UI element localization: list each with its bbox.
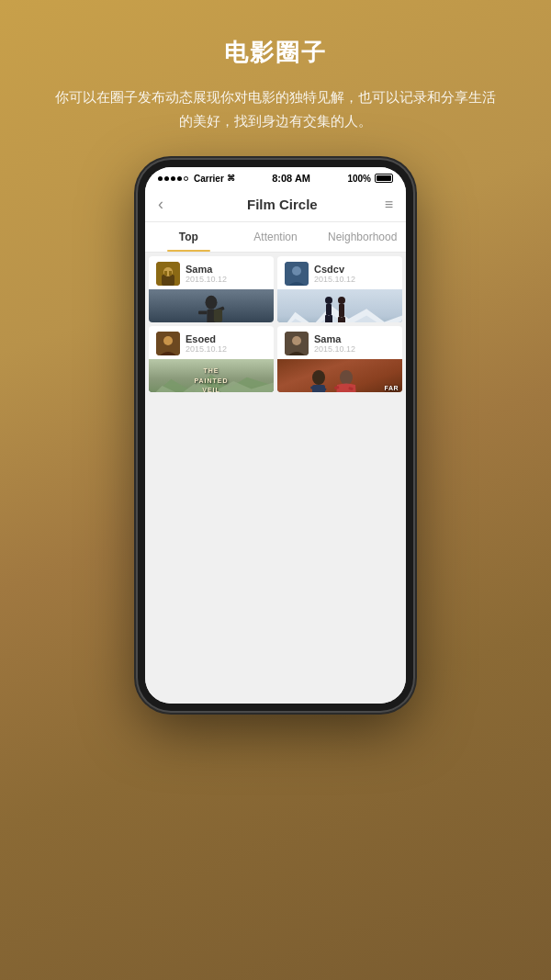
- signal-dots: [158, 176, 188, 181]
- svg-rect-17: [326, 304, 332, 315]
- intro-title: 电影圈子: [55, 37, 496, 69]
- svg-point-16: [325, 297, 332, 304]
- post-header-0: Sama 2015.10.12: [149, 256, 274, 289]
- post-date-2: 2015.10.12: [186, 344, 266, 354]
- signal-dot-3: [171, 176, 175, 181]
- intro-description: 你可以在圈子发布动态展现你对电影的独特见解，也可以记录和分享生活的美好，找到身边…: [55, 85, 496, 132]
- intro-section: 电影圈子 你可以在圈子发布动态展现你对电影的独特见解，也可以记录和分享生活的美好…: [0, 0, 551, 160]
- svg-point-5: [206, 296, 218, 310]
- post-user-info-2: Esoed 2015.10.12: [186, 333, 266, 354]
- svg-rect-4: [169, 271, 172, 276]
- battery-percent: 100%: [347, 174, 371, 184]
- svg-rect-11: [214, 310, 222, 322]
- post-header-3: Sama 2015.10.12: [277, 326, 402, 359]
- post-card-3[interactable]: Sama 2015.10.12: [277, 326, 402, 392]
- post-user-info-1: Csdcv 2015.10.12: [314, 264, 395, 284]
- svg-point-25: [163, 336, 173, 345]
- painted-title-main: PAINTED: [149, 377, 274, 387]
- post-card-1[interactable]: Csdcv 2015.10.12: [277, 256, 402, 322]
- svg-point-20: [338, 297, 345, 304]
- content-scroll[interactable]: Sama 2015.10.12: [145, 253, 406, 704]
- phone-shell: Carrier ⌘ 8:08 AM 100% ‹ Film Circle: [138, 160, 413, 711]
- svg-rect-18: [325, 315, 329, 322]
- phone-screen: Carrier ⌘ 8:08 AM 100% ‹ Film Circle: [145, 167, 406, 704]
- tabs-row: Top Attention Neighborhood: [145, 222, 406, 253]
- svg-rect-7: [198, 311, 207, 315]
- svg-point-34: [312, 370, 325, 385]
- avatar-3: [285, 332, 309, 355]
- post-date-0: 2015.10.12: [186, 275, 266, 284]
- post-card-0[interactable]: Sama 2015.10.12: [149, 256, 274, 322]
- status-bar: Carrier ⌘ 8:08 AM 100%: [145, 167, 406, 187]
- post-username-3: Sama: [314, 333, 395, 344]
- post-image-0: 9.APRIL: [149, 289, 274, 322]
- nav-header: ‹ Film Circle ≡: [145, 187, 406, 222]
- battery-indicator: [375, 174, 393, 183]
- svg-rect-21: [339, 304, 344, 317]
- back-button[interactable]: ‹: [158, 195, 180, 214]
- carrier-text: Carrier: [194, 174, 224, 184]
- posts-grid: Sama 2015.10.12: [145, 253, 406, 396]
- far-title-1: FAR: [361, 384, 399, 392]
- post-image-1: [277, 289, 402, 322]
- post-image-2: THE PAINTED VEIL: [149, 359, 274, 392]
- post-header-2: Esoed 2015.10.12: [149, 326, 274, 359]
- status-right: 100%: [347, 174, 393, 184]
- battery-bar: [375, 174, 393, 183]
- post-user-info-0: Sama 2015.10.12: [186, 264, 266, 284]
- signal-dot-2: [164, 176, 169, 181]
- avatar-2: [156, 332, 180, 355]
- svg-rect-23: [342, 317, 345, 322]
- wifi-icon: ⌘: [227, 174, 235, 183]
- svg-point-13: [292, 266, 301, 276]
- post-image-3: FAR FROM THE MADDING CROWD: [277, 359, 402, 392]
- post-username-1: Csdcv: [314, 264, 395, 275]
- tab-attention[interactable]: Attention: [232, 222, 320, 252]
- painted-subtitle: THE: [149, 366, 274, 377]
- post-card-2[interactable]: Esoed 2015.10.12: [149, 326, 274, 392]
- post-date-3: 2015.10.12: [314, 344, 395, 354]
- menu-button[interactable]: ≡: [385, 197, 393, 213]
- phone-wrapper: Carrier ⌘ 8:08 AM 100% ‹ Film Circle: [133, 160, 418, 980]
- signal-dot-1: [158, 176, 163, 181]
- status-time: 8:08 AM: [272, 173, 310, 184]
- svg-rect-19: [329, 315, 332, 322]
- svg-rect-22: [338, 317, 342, 322]
- battery-fill: [377, 175, 391, 181]
- avatar-1: [285, 262, 309, 286]
- svg-rect-3: [164, 271, 167, 276]
- post-header-1: Csdcv 2015.10.12: [277, 256, 402, 289]
- avatar-0: [156, 262, 180, 286]
- post-username-2: Esoed: [186, 333, 266, 344]
- nav-title: Film Circle: [247, 197, 318, 212]
- svg-point-33: [292, 336, 301, 345]
- signal-dot-5: [184, 176, 188, 181]
- tab-neighborhood[interactable]: Neighborhood: [319, 222, 406, 252]
- painted-subtitle2: VEIL: [149, 386, 274, 392]
- signal-dot-4: [177, 176, 182, 181]
- post-username-0: Sama: [186, 264, 266, 275]
- svg-point-40: [340, 370, 353, 385]
- tab-top[interactable]: Top: [145, 222, 232, 252]
- post-date-1: 2015.10.12: [314, 275, 395, 284]
- post-user-info-3: Sama 2015.10.12: [314, 333, 395, 354]
- status-left: Carrier ⌘: [158, 174, 235, 184]
